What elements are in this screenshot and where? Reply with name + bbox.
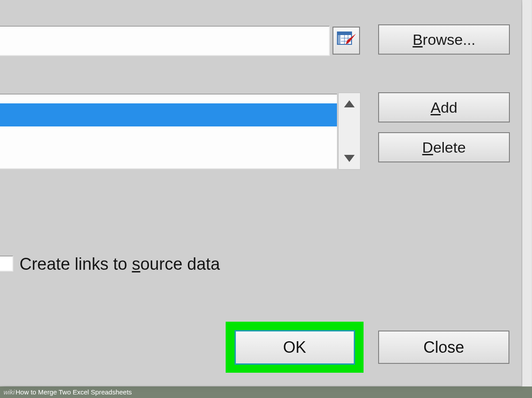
wiki-logo-text: wiki xyxy=(4,388,15,396)
scroll-down-button[interactable] xyxy=(339,148,360,169)
svg-rect-2 xyxy=(337,32,340,44)
references-listbox[interactable] xyxy=(0,94,337,169)
range-select-icon xyxy=(336,30,356,51)
selected-reference-item[interactable] xyxy=(0,103,337,126)
reference-input[interactable] xyxy=(0,26,330,56)
watermark-caption: wikiHow to Merge Two Excel Spreadsheets xyxy=(0,386,532,398)
ok-button[interactable]: OK xyxy=(235,330,355,365)
browse-button-label: Browse... xyxy=(413,31,476,48)
delete-button[interactable]: Delete xyxy=(378,132,510,162)
browse-button[interactable]: Browse... xyxy=(378,24,510,55)
create-links-label: Create links to source data xyxy=(20,255,220,274)
caption-text: How to Merge Two Excel Spreadsheets xyxy=(16,388,132,396)
background-strip xyxy=(522,0,532,386)
ok-button-label: OK xyxy=(283,338,306,357)
consolidate-dialog: Browse... Add Delete Create links to sou… xyxy=(0,0,522,386)
ok-highlight: OK xyxy=(226,322,364,373)
scroll-up-button[interactable] xyxy=(339,93,360,114)
add-button-label: Add xyxy=(430,99,458,116)
close-button[interactable]: Close xyxy=(378,331,509,364)
collapse-dialog-button[interactable] xyxy=(332,27,360,55)
delete-button-label: Delete xyxy=(422,139,466,156)
close-button-label: Close xyxy=(423,338,464,357)
add-button[interactable]: Add xyxy=(378,92,510,122)
listbox-scrollbar[interactable] xyxy=(338,92,361,170)
create-links-checkbox[interactable] xyxy=(0,256,13,272)
